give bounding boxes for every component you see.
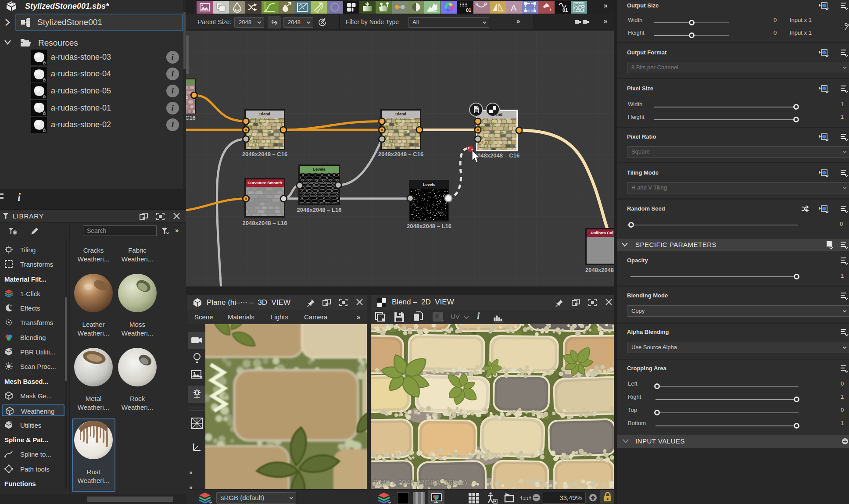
- svg-text:01: 01: [466, 7, 471, 13]
- svg-text:01: 01: [562, 7, 568, 13]
- svg-text:1:1: 1:1: [523, 496, 529, 500]
- svg-text:A: A: [511, 3, 517, 13]
